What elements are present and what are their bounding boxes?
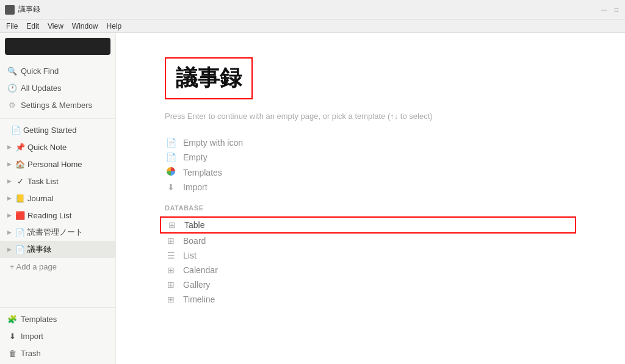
sidebar-item-quick-find[interactable]: 🔍 Quick Find (0, 62, 115, 79)
title-bar-left: 議事録 (5, 4, 40, 15)
sidebar-page-label: Task List (27, 177, 59, 186)
timeline-icon: ⊞ (165, 294, 177, 304)
calendar-icon: ⊞ (165, 265, 177, 275)
chevron-icon: ▶ (7, 229, 12, 235)
search-icon: 🔍 (7, 66, 17, 76)
option-empty-with-icon[interactable]: 📄 Empty with icon (165, 135, 576, 150)
templates-icon: 🧩 (7, 315, 17, 324)
gallery-icon: ⊞ (165, 280, 177, 290)
minimize-button[interactable]: — (601, 6, 608, 13)
sidebar-page-personal-home[interactable]: ▶ 🏠 Personal Home (0, 155, 115, 173)
sidebar-page-label: Reading List (27, 211, 71, 220)
db-option-board[interactable]: ⊞ Board (165, 234, 576, 248)
import-icon: ⬇ (7, 332, 17, 341)
chevron-icon: ▶ (7, 195, 12, 201)
app-icon (5, 5, 15, 15)
sidebar-item-all-updates[interactable]: 🕐 All Updates (0, 79, 115, 96)
content-area: 議事録 Press Enter to continue with an empt… (116, 33, 625, 364)
sidebar-item-trash[interactable]: 🗑 Trash (0, 344, 115, 362)
chevron-icon: ▶ (7, 178, 12, 184)
check-icon: ✓ (15, 177, 25, 186)
doc-icon: 📄 (15, 228, 25, 237)
sidebar-import-label: Import (21, 332, 43, 341)
sidebar-nav-section: 🔍 Quick Find 🕐 All Updates ⚙ Settings & … (0, 60, 115, 116)
sidebar-page-label: Getting Started (23, 126, 76, 135)
chevron-icon: ▶ (7, 144, 12, 150)
chevron-icon: ▶ (7, 246, 12, 252)
option-import-label: Import (183, 182, 208, 192)
sidebar-divider-2 (0, 307, 115, 308)
clock-icon: 🕐 (7, 84, 17, 93)
title-bar: 議事録 — □ (0, 0, 625, 20)
sidebar-page-label: Quick Note (27, 143, 67, 152)
db-option-calendar-label: Calendar (183, 265, 218, 275)
sidebar-templates-label: Templates (21, 315, 57, 324)
db-option-table-label: Table (184, 220, 204, 230)
sidebar-settings-label: Settings & Members (21, 101, 92, 110)
table-icon: ⊞ (166, 220, 178, 230)
sidebar-page-task-list[interactable]: ▶ ✓ Task List (0, 173, 115, 190)
db-option-list[interactable]: ☰ List (165, 248, 576, 263)
sidebar-item-settings[interactable]: ⚙ Settings & Members (0, 96, 115, 113)
import-arrow-icon: ⬇ (165, 182, 177, 192)
db-option-gallery[interactable]: ⊞ Gallery (165, 277, 576, 292)
option-empty[interactable]: 📄 Empty (165, 150, 576, 165)
chevron-icon: ▶ (7, 161, 12, 167)
templates-multi-icon (165, 167, 177, 177)
menu-window[interactable]: Window (68, 21, 102, 32)
empty-doc-icon: 📄 (165, 152, 177, 162)
page-title[interactable]: 議事録 (176, 63, 242, 93)
sidebar-item-import[interactable]: ⬇ Import (0, 327, 115, 344)
journal-icon: 📒 (15, 194, 25, 203)
sidebar-page-gijiroku[interactable]: ▶ 📄 議事録 (0, 241, 115, 258)
db-option-calendar[interactable]: ⊞ Calendar (165, 263, 576, 277)
option-empty-label: Empty (183, 152, 208, 162)
sidebar-page-label: Personal Home (27, 160, 82, 169)
sidebar-item-templates[interactable]: 🧩 Templates (0, 310, 115, 327)
db-option-board-label: Board (183, 236, 206, 246)
menu-help[interactable]: Help (103, 21, 126, 32)
sidebar-page-journal[interactable]: ▶ 📒 Journal (0, 190, 115, 207)
page-icon: 📄 (11, 126, 21, 135)
home-icon: 🏠 (15, 160, 25, 169)
page-hint: Press Enter to continue with an empty pa… (165, 112, 576, 121)
option-templates-label: Templates (183, 168, 222, 177)
add-page-label: + Add a page (10, 262, 57, 271)
db-section-label: DATABASE (165, 204, 576, 212)
db-option-timeline[interactable]: ⊞ Timeline (165, 292, 576, 307)
sidebar-divider-1 (0, 118, 115, 119)
window-title: 議事録 (18, 4, 40, 15)
sidebar-page-reading-list[interactable]: ▶ 🟥 Reading List (0, 207, 115, 224)
doc-icon-2: 📄 (15, 245, 25, 254)
sidebar-page-label: 議事録 (27, 244, 51, 255)
board-icon: ⊞ (165, 236, 177, 246)
page-title-wrapper: 議事録 (165, 57, 253, 99)
maximize-button[interactable]: □ (613, 6, 620, 13)
gear-icon: ⚙ (7, 101, 17, 110)
menu-bar: File Edit View Window Help (0, 20, 625, 33)
main-layout: 🔍 Quick Find 🕐 All Updates ⚙ Settings & … (0, 33, 625, 364)
sidebar-page-reading-notes[interactable]: ▶ 📄 読書管理ノート (0, 224, 115, 241)
add-page-button[interactable]: + Add a page (0, 258, 115, 275)
option-empty-with-icon-label: Empty with icon (183, 138, 243, 148)
sidebar-trash-label: Trash (21, 349, 41, 358)
menu-view[interactable]: View (44, 21, 67, 32)
window-controls: — □ (601, 6, 620, 13)
option-import[interactable]: ⬇ Import (165, 180, 576, 194)
menu-edit[interactable]: Edit (23, 21, 43, 32)
option-templates[interactable]: Templates (165, 165, 576, 180)
sidebar: 🔍 Quick Find 🕐 All Updates ⚙ Settings & … (0, 33, 116, 364)
menu-file[interactable]: File (2, 21, 21, 32)
db-option-timeline-label: Timeline (183, 294, 215, 304)
db-option-list-label: List (183, 251, 197, 260)
sidebar-page-quick-note[interactable]: ▶ 📌 Quick Note (0, 138, 115, 155)
reading-icon: 🟥 (15, 211, 25, 220)
db-option-table[interactable]: ⊞ Table (160, 216, 576, 234)
pin-icon: 📌 (15, 143, 25, 152)
list-icon: ☰ (165, 251, 177, 260)
sidebar-bottom: 🧩 Templates ⬇ Import 🗑 Trash (0, 305, 115, 364)
sidebar-page-getting-started[interactable]: 📄 Getting Started (0, 121, 115, 138)
sidebar-all-updates-label: All Updates (21, 84, 61, 93)
quick-find-bar[interactable] (5, 38, 110, 55)
trash-icon: 🗑 (7, 349, 17, 358)
